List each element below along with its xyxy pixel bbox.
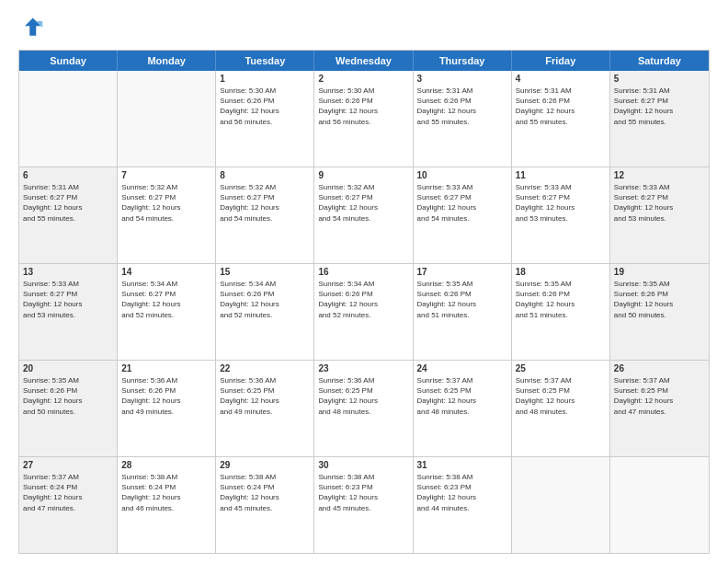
cell-line: Sunrise: 5:30 AM	[220, 86, 310, 96]
calendar-cell: 15Sunrise: 5:34 AMSunset: 6:26 PMDayligh…	[216, 264, 314, 360]
cell-line: Sunrise: 5:37 AM	[23, 472, 113, 482]
cell-line: Sunrise: 5:36 AM	[220, 375, 310, 385]
cell-line: Daylight: 12 hours	[614, 299, 705, 309]
cell-line: Sunset: 6:25 PM	[417, 385, 507, 396]
cell-line: Sunset: 6:23 PM	[417, 482, 507, 492]
cell-line: and 47 minutes.	[23, 503, 113, 513]
cell-line: and 51 minutes.	[417, 310, 507, 320]
cell-line: and 48 minutes.	[417, 407, 507, 417]
cell-line: Sunrise: 5:35 AM	[614, 279, 705, 289]
cell-line: Sunset: 6:24 PM	[220, 482, 310, 492]
day-number: 19	[614, 267, 705, 277]
day-number: 1	[220, 74, 310, 84]
calendar-cell: 10Sunrise: 5:33 AMSunset: 6:27 PMDayligh…	[414, 167, 512, 263]
day-number: 7	[121, 170, 211, 180]
cell-line: Daylight: 12 hours	[614, 202, 705, 213]
calendar-cell: 19Sunrise: 5:35 AMSunset: 6:26 PMDayligh…	[610, 264, 709, 360]
cell-line: Sunset: 6:26 PM	[614, 289, 705, 299]
cell-line: Daylight: 12 hours	[220, 492, 310, 502]
cell-line: Sunset: 6:26 PM	[318, 96, 408, 106]
cell-line: and 53 minutes.	[614, 213, 705, 224]
cell-line: Sunrise: 5:30 AM	[318, 86, 408, 96]
weekday-header: Thursday	[414, 51, 512, 71]
day-number: 27	[23, 460, 113, 470]
cell-line: Sunset: 6:24 PM	[23, 482, 113, 492]
cell-line: Daylight: 12 hours	[417, 396, 507, 406]
cell-line: and 54 minutes.	[318, 213, 408, 224]
day-number: 29	[220, 460, 310, 470]
calendar-cell: 1Sunrise: 5:30 AMSunset: 6:26 PMDaylight…	[216, 71, 314, 167]
weekday-header: Saturday	[610, 51, 709, 71]
calendar-cell	[118, 71, 216, 167]
day-number: 15	[220, 267, 310, 277]
cell-line: Sunset: 6:27 PM	[614, 192, 705, 202]
day-number: 18	[516, 267, 606, 277]
cell-line: Sunset: 6:25 PM	[318, 385, 408, 396]
cell-line: Daylight: 12 hours	[121, 299, 211, 309]
cell-line: Sunset: 6:27 PM	[23, 192, 113, 202]
cell-line: Sunset: 6:25 PM	[220, 385, 310, 396]
cell-line: Sunset: 6:25 PM	[614, 385, 705, 396]
cell-line: Sunrise: 5:33 AM	[614, 182, 705, 192]
cell-line: and 49 minutes.	[121, 407, 211, 417]
cell-line: Sunset: 6:26 PM	[23, 385, 113, 396]
weekday-header: Friday	[512, 51, 610, 71]
calendar-cell: 7Sunrise: 5:32 AMSunset: 6:27 PMDaylight…	[118, 167, 216, 263]
day-number: 12	[614, 170, 705, 180]
cell-line: and 55 minutes.	[23, 213, 113, 224]
cell-line: Daylight: 12 hours	[121, 202, 211, 213]
cell-line: Sunset: 6:26 PM	[220, 289, 310, 299]
calendar-cell: 22Sunrise: 5:36 AMSunset: 6:25 PMDayligh…	[216, 361, 314, 456]
calendar-cell: 5Sunrise: 5:31 AMSunset: 6:27 PMDaylight…	[610, 71, 709, 167]
cell-line: Daylight: 12 hours	[417, 202, 507, 213]
calendar-cell: 29Sunrise: 5:38 AMSunset: 6:24 PMDayligh…	[216, 457, 314, 553]
calendar-cell: 3Sunrise: 5:31 AMSunset: 6:26 PMDaylight…	[414, 71, 512, 167]
calendar-cell	[19, 71, 118, 167]
cell-line: Daylight: 12 hours	[417, 492, 507, 502]
cell-line: Sunrise: 5:35 AM	[516, 279, 606, 289]
cell-line: Sunrise: 5:31 AM	[516, 86, 606, 96]
calendar-cell: 25Sunrise: 5:37 AMSunset: 6:25 PMDayligh…	[512, 361, 610, 456]
cell-line: Sunrise: 5:37 AM	[516, 375, 606, 385]
cell-line: Daylight: 12 hours	[318, 106, 408, 116]
calendar-cell	[610, 457, 709, 553]
cell-line: Sunset: 6:26 PM	[417, 96, 507, 106]
cell-line: Sunset: 6:26 PM	[516, 96, 606, 106]
cell-line: Daylight: 12 hours	[23, 492, 113, 502]
logo	[18, 15, 48, 40]
cell-line: Daylight: 12 hours	[121, 492, 211, 502]
cell-line: and 56 minutes.	[318, 117, 408, 127]
cell-line: Sunrise: 5:33 AM	[516, 182, 606, 192]
cell-line: Sunset: 6:27 PM	[121, 192, 211, 202]
calendar-cell: 27Sunrise: 5:37 AMSunset: 6:24 PMDayligh…	[19, 457, 118, 553]
calendar-cell: 11Sunrise: 5:33 AMSunset: 6:27 PMDayligh…	[512, 167, 610, 263]
calendar-cell: 21Sunrise: 5:36 AMSunset: 6:26 PMDayligh…	[118, 361, 216, 456]
day-number: 2	[318, 74, 408, 84]
cell-line: Sunset: 6:25 PM	[516, 385, 606, 396]
cell-line: Sunrise: 5:37 AM	[417, 375, 507, 385]
weekday-header: Sunday	[19, 51, 118, 71]
cell-line: Sunrise: 5:33 AM	[417, 182, 507, 192]
cell-line: and 55 minutes.	[516, 117, 606, 127]
cell-line: Sunset: 6:26 PM	[417, 289, 507, 299]
weekday-header: Monday	[118, 51, 216, 71]
cell-line: and 56 minutes.	[220, 117, 310, 127]
cell-line: and 45 minutes.	[318, 503, 408, 513]
cell-line: Sunset: 6:23 PM	[318, 482, 408, 492]
calendar-body: 1Sunrise: 5:30 AMSunset: 6:26 PMDaylight…	[19, 71, 709, 553]
calendar-cell: 26Sunrise: 5:37 AMSunset: 6:25 PMDayligh…	[610, 361, 709, 456]
calendar: SundayMondayTuesdayWednesdayThursdayFrid…	[18, 50, 710, 554]
day-number: 28	[121, 460, 211, 470]
calendar-cell: 8Sunrise: 5:32 AMSunset: 6:27 PMDaylight…	[216, 167, 314, 263]
logo-icon	[18, 15, 44, 40]
cell-line: Daylight: 12 hours	[220, 202, 310, 213]
day-number: 21	[121, 363, 211, 373]
cell-line: Daylight: 12 hours	[220, 396, 310, 406]
day-number: 13	[23, 267, 113, 277]
day-number: 5	[614, 74, 705, 84]
calendar-cell: 23Sunrise: 5:36 AMSunset: 6:25 PMDayligh…	[314, 361, 413, 456]
cell-line: Daylight: 12 hours	[23, 202, 113, 213]
cell-line: Sunrise: 5:32 AM	[220, 182, 310, 192]
cell-line: Sunrise: 5:38 AM	[220, 472, 310, 482]
cell-line: and 44 minutes.	[417, 503, 507, 513]
